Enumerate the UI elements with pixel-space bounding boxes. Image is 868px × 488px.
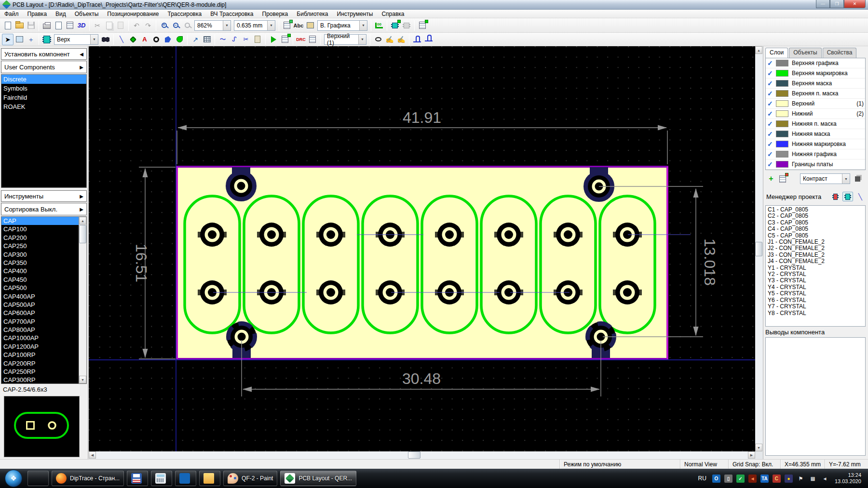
- nets-view-button[interactable]: [830, 192, 841, 201]
- sort-selector[interactable]: Сортировка Выкл.▶: [1, 203, 87, 215]
- board-side-combobox[interactable]: Верх▼: [54, 34, 98, 45]
- taskbar-app-button[interactable]: QF-2 - Paint: [223, 471, 277, 486]
- component-list-item[interactable]: J3 - CON_FEMALE_2: [768, 252, 865, 258]
- search-components-button[interactable]: [100, 34, 111, 45]
- start-button[interactable]: ❖: [5, 470, 22, 487]
- edit-traces2-button[interactable]: ✍: [395, 34, 407, 45]
- drc-button[interactable]: DRC: [295, 34, 307, 45]
- layer-row[interactable]: Нижний (2): [766, 109, 865, 119]
- autorouter-setup-button[interactable]: [279, 34, 291, 45]
- component-list-item[interactable]: C2 - CAP_0805: [768, 213, 865, 219]
- footprint-list-item[interactable]: CAP100: [1, 225, 79, 233]
- layer-row[interactable]: Верхняя маркировка: [766, 68, 865, 79]
- menu-item[interactable]: Вид: [51, 11, 70, 17]
- place-via-button[interactable]: [127, 34, 139, 45]
- footprint-list-item[interactable]: CAP400AP: [1, 292, 79, 301]
- footprint-list-scrollbar[interactable]: ▲ ▼: [79, 217, 86, 383]
- taskbar-app-button[interactable]: [27, 471, 49, 486]
- component-list-item[interactable]: C3 - CAP_0805: [768, 220, 865, 226]
- component-pins-list[interactable]: [765, 337, 866, 456]
- layer-visible-checkmark-icon[interactable]: [767, 100, 776, 107]
- taskbar-app-button[interactable]: [175, 471, 196, 486]
- measure-tool-button[interactable]: ↗: [190, 34, 201, 45]
- layer-properties-button[interactable]: [777, 173, 788, 185]
- place-text-button[interactable]: Abc: [293, 20, 304, 31]
- component-list[interactable]: C1 - CAP_0805C2 - CAP_0805C3 - CAP_0805C…: [765, 205, 866, 327]
- tray-icon[interactable]: ●: [785, 475, 793, 483]
- tray-icon[interactable]: ✓: [736, 475, 745, 483]
- footprint-list-item[interactable]: CAP500: [1, 284, 79, 292]
- panel-tab[interactable]: Свойства: [823, 48, 857, 58]
- layer-row[interactable]: Верхний (1): [766, 99, 865, 109]
- layer-color-swatch[interactable]: [776, 131, 788, 137]
- library-list-item[interactable]: ROAEK: [1, 102, 86, 111]
- menu-item[interactable]: Библиотека: [292, 11, 332, 17]
- canvas-horizontal-scrollbar[interactable]: ◀ ▶: [89, 451, 755, 459]
- route-report-button[interactable]: [252, 34, 263, 45]
- layer-visible-checkmark-icon[interactable]: [767, 59, 776, 67]
- layer-color-swatch[interactable]: [776, 141, 788, 147]
- properties-button[interactable]: [417, 20, 428, 31]
- footprint-list-item[interactable]: CAP: [1, 217, 79, 225]
- footprint-list-item[interactable]: CAP600AP: [1, 309, 79, 317]
- layer-visible-checkmark-icon[interactable]: [767, 140, 776, 148]
- footprint-list-item[interactable]: CAP250: [1, 242, 79, 250]
- zoom-window-button[interactable]: [181, 20, 193, 31]
- menu-item[interactable]: Проверка: [258, 11, 293, 17]
- title-bar[interactable]: PCB Layout - [D:\Radio\_DipTrace\_Projec…: [0, 0, 868, 10]
- dimensions-button[interactable]: [373, 20, 385, 31]
- close-button[interactable]: ✕: [844, 0, 866, 8]
- edit-graphics-button[interactable]: [281, 20, 293, 31]
- component-list-item[interactable]: J4 - CON_FEMALE_2: [768, 258, 865, 264]
- footprint-list-item[interactable]: CAP300RP: [1, 376, 79, 384]
- layer-visible-checkmark-icon[interactable]: [767, 150, 776, 158]
- pcb-drawing[interactable]: 41.91 16.51 13.018 30.48: [89, 46, 755, 451]
- save-button[interactable]: [25, 20, 37, 31]
- print-preview-button[interactable]: [53, 20, 64, 31]
- component-list-item[interactable]: Y4 - CRYSTAL: [768, 284, 865, 290]
- layer-visible-checkmark-icon[interactable]: [767, 79, 776, 87]
- tray-icon[interactable]: ◄: [748, 475, 757, 483]
- component-list-item[interactable]: C1 - CAP_0805: [768, 207, 865, 213]
- net-report-button[interactable]: [307, 34, 318, 45]
- connections-view-button[interactable]: ╲: [855, 192, 866, 201]
- footprint-list-item[interactable]: CAP500AP: [1, 301, 79, 309]
- component-list-item[interactable]: C4 - CAP_0805: [768, 226, 865, 232]
- tray-icon[interactable]: O: [712, 475, 720, 483]
- footprint-list-item[interactable]: CAP350: [1, 259, 79, 267]
- layer-row[interactable]: Нижняя маркировка: [766, 139, 865, 149]
- layer-color-swatch[interactable]: [776, 100, 788, 107]
- titles-button[interactable]: [64, 20, 76, 31]
- tray-icon[interactable]: TA: [760, 475, 769, 483]
- redo-button[interactable]: ↷: [142, 20, 154, 31]
- component-markers-button[interactable]: [14, 34, 25, 45]
- layer-row[interactable]: Нижняя п. маска: [766, 119, 865, 129]
- taskbar-app-button[interactable]: DipTrace - Стран...: [52, 471, 124, 486]
- footprint-list-item[interactable]: CAP100RP: [1, 351, 79, 359]
- tray-icon[interactable]: ◄: [821, 475, 829, 483]
- footprint-list-item[interactable]: CAP700AP: [1, 317, 79, 326]
- layer-color-swatch[interactable]: [776, 80, 788, 87]
- footprint-list-item[interactable]: CAP400: [1, 267, 79, 275]
- footprint-list[interactable]: CAPCAP100CAP200CAP250CAP300CAP350CAP400C…: [1, 216, 87, 384]
- library-group-selector[interactable]: User Components▶: [1, 61, 87, 73]
- place-component-button[interactable]: [41, 34, 53, 45]
- canvas-vertical-scrollbar[interactable]: ▲ ▼: [755, 46, 763, 451]
- zoom-combobox[interactable]: 862%▼: [194, 20, 231, 31]
- layer-row[interactable]: Нижняя маска: [766, 129, 865, 139]
- zoom-out-button[interactable]: −: [170, 20, 181, 31]
- layer-visible-checkmark-icon[interactable]: [767, 160, 776, 168]
- tray-icon[interactable]: ▯: [724, 475, 732, 483]
- copper-pour-button[interactable]: [162, 34, 174, 45]
- layer-display-button[interactable]: [852, 173, 863, 185]
- tray-icon[interactable]: ⚑: [797, 475, 805, 483]
- scrollbar-thumb[interactable]: [79, 225, 86, 243]
- component-list-item[interactable]: J1 - CON_FEMALE_2: [768, 239, 865, 245]
- layer-color-swatch[interactable]: [776, 161, 788, 168]
- grid-table-button[interactable]: [201, 34, 213, 45]
- footprint-list-item[interactable]: CAP200RP: [1, 359, 79, 368]
- component-list-item[interactable]: Y6 - CRYSTAL: [768, 297, 865, 303]
- layer-visible-checkmark-icon[interactable]: [767, 120, 776, 128]
- open-file-button[interactable]: [14, 20, 25, 31]
- menu-item[interactable]: Правка: [23, 11, 52, 17]
